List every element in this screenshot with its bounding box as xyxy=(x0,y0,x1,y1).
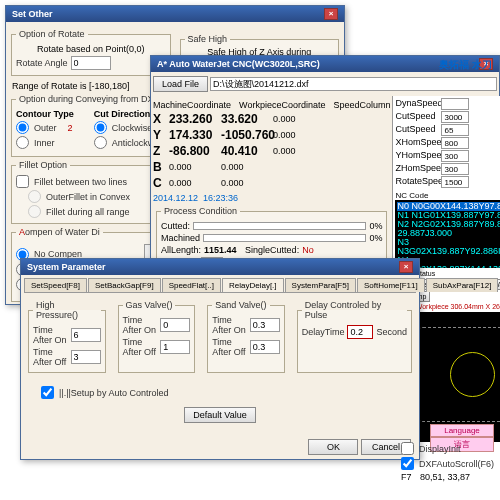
pct2: 0% xyxy=(369,233,382,243)
tab-4[interactable]: SystemPara[F5] xyxy=(285,278,356,292)
setup-chk[interactable] xyxy=(41,386,54,399)
loadfile-button[interactable]: Load File xyxy=(153,76,208,92)
ccw-lbl: Anticlockw xyxy=(112,138,155,148)
fillet-opt2: Fillet during all range xyxy=(46,207,130,217)
time: 16:23:36 xyxy=(203,193,238,203)
progress-bar-2 xyxy=(203,234,366,242)
f7: F7 xyxy=(401,472,412,482)
disp-chk[interactable] xyxy=(401,442,414,455)
filepath-input[interactable] xyxy=(210,77,497,91)
tab-0[interactable]: SetSpeed[F8] xyxy=(24,278,87,292)
cw-radio[interactable] xyxy=(94,121,107,134)
tab-3[interactable]: RelayDelay[.] xyxy=(222,278,284,292)
ax-c: C xyxy=(153,176,167,190)
machined-lbl: Machined xyxy=(161,233,200,243)
cutspeed2-lbl: CutSpeed xyxy=(395,124,440,136)
progress-bar xyxy=(193,222,366,230)
xhom-input[interactable] xyxy=(441,137,469,149)
cw-lbl: Clockwise xyxy=(112,123,153,133)
w3-title: System Parameter xyxy=(27,262,106,272)
sand-toff[interactable] xyxy=(250,340,280,354)
rot-input[interactable] xyxy=(441,176,469,188)
gas-ton[interactable] xyxy=(160,318,190,332)
dynaspeed-input[interactable] xyxy=(441,98,469,110)
single: No xyxy=(302,245,314,255)
x-mc: 233.260 xyxy=(169,112,219,126)
close-icon[interactable]: × xyxy=(324,8,338,20)
yhom-lbl: YHomSpeed xyxy=(395,150,440,162)
ax-y: Y xyxy=(153,128,167,142)
setup-lbl: ||.||Setup by Auto Controled xyxy=(59,388,168,398)
x-wc: 33.620 xyxy=(221,112,271,126)
delay-legend: Delay Controled by Pulse xyxy=(302,300,407,320)
hp-toff[interactable] xyxy=(71,350,101,364)
cutspeed-lbl: CutSpeed xyxy=(395,111,440,123)
tab-2[interactable]: SpeedFlat[..] xyxy=(162,278,221,292)
nc-3: N3 N3G02X139.887Y92.886I40.000J0.000 xyxy=(397,238,500,256)
fillet-legend: Fillet Option xyxy=(16,160,70,170)
delaytime-input[interactable] xyxy=(347,325,373,339)
brand-logo: 奥拓福 水刀 xyxy=(439,58,492,72)
disp-lbl: DisplayInit xyxy=(419,444,461,454)
w1-title: Set Other xyxy=(12,9,53,19)
ccw-radio[interactable] xyxy=(94,136,107,149)
coords: 80,51, 33,87 xyxy=(420,472,470,482)
tab-5[interactable]: SoftHome[F11] xyxy=(357,278,425,292)
fillet-chk[interactable] xyxy=(16,175,29,188)
pct: 0% xyxy=(369,221,382,231)
nc-2: N2 N2G02X139.887Y89.888I-29.887J3.000 xyxy=(397,220,500,238)
mc-lbl: MachineCoordinate xyxy=(153,100,231,110)
gas-toff[interactable] xyxy=(160,340,190,354)
yhom-input[interactable] xyxy=(441,150,469,162)
cutspeed2-input[interactable] xyxy=(441,124,469,136)
y-sp: 0.000 xyxy=(273,130,309,140)
y-mc: 174.330 xyxy=(169,128,219,142)
zhom-lbl: ZHomSpeed xyxy=(395,163,440,175)
rotate-angle-input[interactable] xyxy=(71,56,111,70)
alllen-lbl: AllLength: xyxy=(161,245,201,255)
sand-ton-lbl: Time After On xyxy=(212,315,247,335)
fillet-opt1: OuterFillet in Convex xyxy=(46,192,130,202)
tab-6[interactable]: SubAxPara[F12] xyxy=(426,278,499,292)
tab-1[interactable]: SetBackGap[F9] xyxy=(88,278,161,292)
red2: 2 xyxy=(68,123,73,133)
dynaspeed-lbl: DynaSpeed xyxy=(395,98,440,110)
y-wc: -1050.760 xyxy=(221,128,271,142)
hp-legend: High Pressure() xyxy=(33,300,101,320)
sand-toff-lbl: Time After Off xyxy=(212,337,247,357)
ax-z: Z xyxy=(153,144,167,158)
delaytime-lbl: DelayTime xyxy=(302,327,345,337)
dasc-chk[interactable] xyxy=(401,457,414,470)
outer-radio[interactable] xyxy=(16,121,29,134)
contour-lbl: Contour Type xyxy=(16,109,74,119)
b-mc: 0.000 xyxy=(169,162,219,172)
wc-lbl: WorkpieceCoordinate xyxy=(239,100,325,110)
rotate-angle-lbl: Rotate Angle xyxy=(16,58,68,68)
cutdir-lbl: Cut Direction xyxy=(94,109,155,119)
rotate-based: Rotate based on Point(0,0) xyxy=(16,44,166,54)
cutspeed-input[interactable] xyxy=(441,111,469,123)
fillet-opt2-radio xyxy=(28,205,41,218)
gas-ton-lbl: Time After On xyxy=(123,315,158,335)
dasc-lbl: DXFAutoScroll(F6) xyxy=(419,459,494,469)
z-wc: 40.410 xyxy=(221,144,271,158)
safe-legend: Safe High xyxy=(185,34,231,44)
inner-radio[interactable] xyxy=(16,136,29,149)
zhom-input[interactable] xyxy=(441,163,469,175)
date: 2014.12.12 xyxy=(153,193,198,203)
cutted-lbl: Cutted: xyxy=(161,221,190,231)
sc-lbl: SpeedColumn xyxy=(333,100,390,110)
process-legend: Process Condition xyxy=(161,206,240,216)
x-sp: 0.000 xyxy=(273,114,309,124)
close-icon-3[interactable]: × xyxy=(399,261,413,273)
fillet-chk-lbl: Fillet between two lines xyxy=(34,177,127,187)
rotate-legend: Option of Rotate xyxy=(16,29,88,39)
ok-button[interactable]: OK xyxy=(308,439,358,455)
ax-b: B xyxy=(153,160,167,174)
sand-ton[interactable] xyxy=(250,318,280,332)
hp-ton[interactable] xyxy=(71,328,101,342)
sand-legend: Sand Valve() xyxy=(212,300,269,310)
default-button[interactable]: Default Value xyxy=(184,407,255,423)
ax-x: X xyxy=(153,112,167,126)
lang-label: Language xyxy=(430,424,494,437)
